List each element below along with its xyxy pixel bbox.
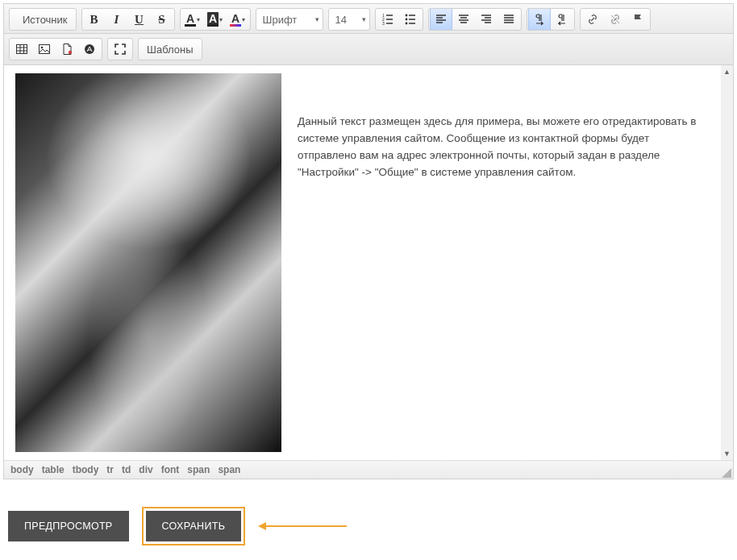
- actions-bar: ПРЕДПРОСМОТР СОХРАНИТЬ: [0, 483, 737, 557]
- align-left-button[interactable]: [430, 9, 452, 30]
- image-button[interactable]: [33, 39, 56, 60]
- italic-icon: I: [115, 13, 119, 27]
- table-icon: [15, 43, 28, 56]
- chevron-down-icon: ▾: [315, 15, 319, 23]
- strike-icon: S: [158, 13, 164, 27]
- bold-button[interactable]: B: [83, 9, 106, 30]
- unlink-button[interactable]: [604, 9, 627, 30]
- templates-label: Шаблоны: [147, 44, 194, 56]
- bg-color-button[interactable]: A ▾: [204, 9, 227, 30]
- unordered-list-button[interactable]: [399, 9, 422, 30]
- content-image[interactable]: [15, 73, 281, 452]
- document-button[interactable]: [56, 39, 78, 60]
- scroll-up-icon[interactable]: ▲: [721, 65, 733, 78]
- path-item[interactable]: div: [139, 464, 152, 475]
- table-button[interactable]: [10, 39, 33, 60]
- bg-color-icon: A: [207, 12, 219, 27]
- align-center-icon: [457, 13, 470, 26]
- flag-icon: [631, 13, 644, 26]
- rtl-icon: [556, 13, 568, 26]
- ordered-list-icon: 123: [381, 13, 394, 26]
- path-item[interactable]: span: [187, 464, 210, 475]
- svg-point-5: [405, 19, 407, 21]
- align-right-icon: [480, 13, 493, 26]
- unordered-list-icon: [404, 13, 417, 26]
- svg-point-6: [405, 23, 407, 25]
- ltr-button[interactable]: [528, 9, 551, 30]
- maximize-icon: [114, 43, 127, 56]
- chevron-down-icon: ▾: [362, 15, 366, 23]
- align-justify-button[interactable]: [498, 9, 520, 30]
- save-button-highlight: СОХРАНИТЬ: [142, 507, 246, 545]
- link-icon: [586, 13, 599, 26]
- anchor-button[interactable]: [627, 9, 649, 30]
- toolbar-primary: Источник B I U S A ▾ A ▾ A ▾: [4, 4, 733, 34]
- svg-point-9: [41, 47, 44, 49]
- path-item[interactable]: body: [10, 464, 34, 475]
- path-item[interactable]: span: [218, 464, 240, 475]
- font-family-combo[interactable]: Шрифт ▾: [256, 8, 323, 31]
- underline-button[interactable]: U: [128, 9, 151, 30]
- bold-icon: B: [90, 13, 98, 27]
- link-button[interactable]: [581, 9, 604, 30]
- strike-button[interactable]: S: [151, 9, 173, 30]
- svg-text:3: 3: [382, 21, 385, 26]
- underline-icon: U: [135, 13, 144, 27]
- font-family-label: Шрифт: [263, 14, 298, 26]
- resize-handle[interactable]: [722, 468, 731, 478]
- arrow-head-icon: [258, 522, 266, 530]
- scroll-down-icon[interactable]: ▼: [721, 447, 733, 460]
- align-justify-icon: [502, 13, 515, 26]
- remove-format-icon: A: [230, 12, 241, 27]
- unlink-icon: [609, 13, 622, 26]
- editor-content[interactable]: Данный текст размещен здесь для примера,…: [4, 65, 733, 460]
- path-item[interactable]: table: [42, 464, 65, 475]
- font-size-combo[interactable]: 14 ▾: [328, 8, 370, 31]
- ordered-list-button[interactable]: 123: [377, 9, 399, 30]
- elements-path-bar: body table tbody tr td div font span spa…: [4, 460, 733, 479]
- path-item[interactable]: font: [161, 464, 180, 475]
- svg-rect-7: [17, 45, 27, 54]
- remove-format-button[interactable]: A ▾: [227, 9, 249, 30]
- callout-arrow: [258, 522, 347, 530]
- preview-button[interactable]: ПРЕДПРОСМОТР: [8, 511, 129, 541]
- align-right-button[interactable]: [475, 9, 498, 30]
- svg-point-10: [69, 51, 72, 54]
- content-paragraph[interactable]: Данный текст размещен здесь для примера,…: [298, 73, 723, 452]
- rtl-button[interactable]: [551, 9, 573, 30]
- italic-button[interactable]: I: [106, 9, 128, 30]
- font-size-label: 14: [335, 14, 347, 26]
- save-button[interactable]: СОХРАНИТЬ: [146, 511, 242, 541]
- maximize-button[interactable]: [109, 39, 131, 60]
- svg-point-4: [405, 15, 407, 17]
- ltr-icon: [533, 13, 546, 26]
- path-item[interactable]: tbody: [73, 464, 99, 475]
- path-item[interactable]: tr: [106, 464, 114, 475]
- text-color-button[interactable]: A ▾: [181, 9, 204, 30]
- vertical-scrollbar[interactable]: ▲ ▼: [721, 65, 733, 460]
- svg-point-11: [85, 44, 94, 54]
- text-color-icon: A: [185, 12, 196, 27]
- svg-rect-8: [40, 45, 50, 54]
- special-char-icon: [83, 43, 96, 56]
- align-center-button[interactable]: [452, 9, 475, 30]
- special-char-button[interactable]: [78, 39, 101, 60]
- image-icon: [38, 43, 51, 56]
- align-left-icon: [435, 13, 448, 26]
- source-label: Источник: [23, 14, 68, 26]
- templates-button[interactable]: Шаблоны: [138, 38, 202, 60]
- toolbar-secondary: Шаблоны: [4, 34, 733, 65]
- source-button[interactable]: Источник: [9, 8, 77, 31]
- document-icon: [60, 43, 73, 56]
- path-item[interactable]: td: [122, 464, 131, 475]
- editor-container: Источник B I U S A ▾ A ▾ A ▾: [3, 3, 734, 479]
